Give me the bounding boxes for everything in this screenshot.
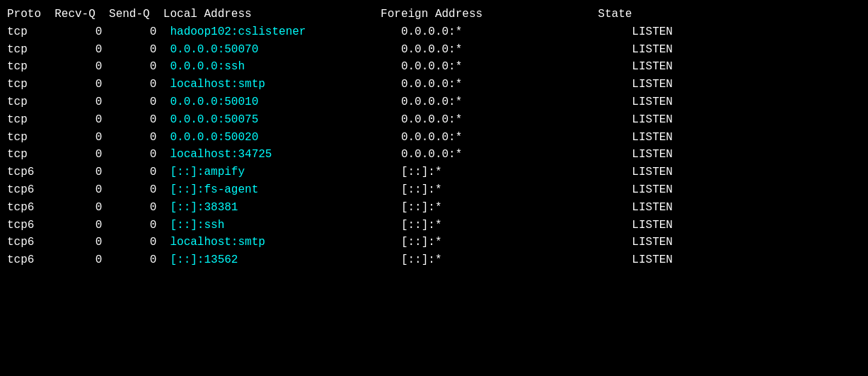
table-row: tcp 0 0 0.0.0.0:ssh 0.0.0.0:* LISTEN xyxy=(7,58,861,76)
table-row: tcp6 0 0 localhost:smtp [::]:* LISTEN xyxy=(7,234,861,251)
terminal: Proto Recv-Q Send-Q Local Address Foreig… xyxy=(0,0,868,376)
table-row: tcp 0 0 localhost:smtp 0.0.0.0:* LISTEN xyxy=(7,76,861,93)
table-row: tcp 0 0 hadoop102:cslistener 0.0.0.0:* L… xyxy=(7,23,861,41)
table-row: tcp6 0 0 [::]:13562 [::]:* LISTEN xyxy=(7,251,861,269)
table-row: tcp 0 0 localhost:34725 0.0.0.0:* LISTEN xyxy=(7,146,861,164)
table-row: tcp 0 0 0.0.0.0:50010 0.0.0.0:* LISTEN xyxy=(7,93,861,111)
table-row: tcp 0 0 0.0.0.0:50020 0.0.0.0:* LISTEN xyxy=(7,129,861,147)
table-row: tcp6 0 0 [::]:38381 [::]:* LISTEN xyxy=(7,199,861,217)
table-row: tcp6 0 0 [::]:ampify [::]:* LISTEN xyxy=(7,164,861,181)
table-row: tcp6 0 0 [::]:ssh [::]:* LISTEN xyxy=(7,217,861,234)
table-row: tcp 0 0 0.0.0.0:50075 0.0.0.0:* LISTEN xyxy=(7,111,861,129)
column-header: Proto Recv-Q Send-Q Local Address Foreig… xyxy=(7,6,861,23)
table-row: tcp6 0 0 [::]:fs-agent [::]:* LISTEN xyxy=(7,181,861,199)
table-row: tcp 0 0 0.0.0.0:50070 0.0.0.0:* LISTEN xyxy=(7,41,861,59)
rows-container: tcp 0 0 hadoop102:cslistener 0.0.0.0:* L… xyxy=(7,23,861,269)
